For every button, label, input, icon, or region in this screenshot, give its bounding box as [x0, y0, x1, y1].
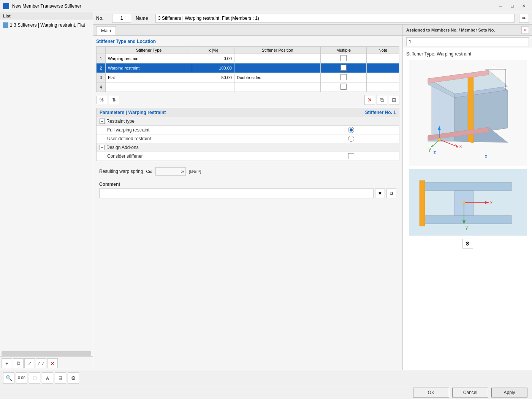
list-item-label: 1 3 Stiffeners | Warping restraint, Flat	[10, 22, 85, 28]
row-multiple	[321, 73, 367, 82]
copy-row-button[interactable]: ⧉	[377, 95, 387, 105]
apply-button[interactable]: Apply	[491, 388, 527, 397]
title-bar-text: New Member Transverse Stiffener	[12, 3, 492, 9]
comment-dropdown-button[interactable]: ▼	[375, 188, 385, 198]
multiple-checkbox[interactable]	[340, 65, 347, 71]
toolbar-text-button[interactable]: A	[42, 372, 53, 384]
row-multiple	[321, 63, 367, 73]
row-type: Warping restraint	[106, 54, 192, 63]
name-value: 3 Stiffeners | Warping restraint, Flat (…	[155, 14, 515, 23]
col-x: x [%]	[192, 47, 234, 54]
list-delete-button[interactable]: ✕	[47, 358, 58, 368]
list-content: 1 3 Stiffeners | Warping restraint, Flat	[0, 20, 93, 350]
bottom-toolbar: 🔍 0.00 □ A 🖥 ⚙	[0, 370, 532, 386]
percent-button[interactable]: %	[96, 96, 107, 104]
cancel-button[interactable]: Cancel	[452, 388, 488, 397]
collapse-design-icon[interactable]: −	[100, 145, 105, 150]
warp-spring-input[interactable]	[155, 167, 186, 176]
full-warping-row: Full warping restraint	[97, 126, 399, 135]
toolbar-settings-button[interactable]: ⚙	[68, 372, 79, 384]
collapse-restraint-icon[interactable]: −	[100, 119, 105, 124]
table-row[interactable]: 1 Warping restraint 0.00	[97, 54, 399, 63]
svg-text:x: x	[459, 144, 462, 149]
assigned-panel: Assigned to Members No. / Member Sets No…	[403, 25, 532, 370]
viz-area: Stiffener Type: Warping restraint	[403, 48, 532, 370]
assigned-close-button[interactable]: ✕	[521, 26, 529, 34]
param-group-restraint-header[interactable]: − Restraint type	[97, 117, 399, 126]
list-item[interactable]: 1 3 Stiffeners | Warping restraint, Flat	[2, 22, 91, 28]
form-body: Stiffener Type and Location Stiffener Ty…	[93, 36, 402, 370]
edit-name-button[interactable]: ✏	[519, 14, 529, 23]
toolbar-search-button[interactable]: 🔍	[3, 372, 14, 384]
design-group-label: Design Add-ons	[106, 145, 139, 150]
consider-stiffener-label: Consider stiffener	[107, 154, 337, 159]
no-name-bar: No. 1 Name 3 Stiffeners | Warping restra…	[93, 12, 532, 25]
dialog-buttons: OK Cancel Apply	[0, 386, 532, 399]
table-row[interactable]: 2 Warping restraint 100.00	[97, 63, 399, 73]
user-defined-row: User-defined restraint	[97, 135, 399, 143]
ok-button[interactable]: OK	[413, 388, 449, 397]
toolbar-box-button[interactable]: □	[29, 372, 40, 384]
viz-settings-button[interactable]: ⚙	[462, 239, 473, 249]
warp-spring-symbol: Cω	[146, 169, 152, 174]
viz-3d-svg: L x y z x	[409, 60, 527, 166]
table-toolbar: % ⇅ ✕ ⧉ ⊞	[96, 95, 399, 105]
row-note	[367, 82, 399, 92]
delete-row-button[interactable]: ✕	[364, 95, 375, 105]
user-defined-control	[340, 136, 363, 142]
toolbar-value-button[interactable]: 0.00	[16, 372, 27, 384]
tab-bar: Main	[93, 25, 402, 36]
close-button[interactable]: ✕	[518, 2, 529, 10]
col-note: Note	[367, 47, 399, 54]
app-icon	[3, 3, 9, 9]
assigned-input[interactable]	[406, 37, 529, 46]
col-multiple: Multiple	[321, 47, 367, 54]
list-bottom-toolbar: + ⧉ ✓ ✓✓ ✕	[0, 356, 93, 370]
param-group-design: − Design Add-ons Consider stiffener	[97, 143, 399, 161]
svg-text:y: y	[429, 147, 431, 152]
multiple-checkbox[interactable]	[340, 84, 347, 90]
no-value: 1	[112, 14, 131, 23]
svg-text:x: x	[490, 200, 492, 205]
row-x: 50.00	[192, 73, 234, 82]
row-x: 100.00	[192, 63, 234, 73]
row-num: 3	[97, 73, 106, 82]
comment-input[interactable]	[99, 188, 374, 198]
tab-main[interactable]: Main	[96, 26, 116, 35]
row-position	[234, 82, 320, 92]
svg-text:y: y	[466, 225, 468, 230]
sort-button[interactable]: ⇅	[109, 96, 119, 104]
table-row[interactable]: 3 Flat 50.00 Double-sided	[97, 73, 399, 82]
svg-text:z: z	[434, 150, 436, 155]
multiple-checkbox[interactable]	[340, 74, 347, 80]
comment-copy-button[interactable]: ⧉	[386, 188, 396, 198]
list-duplicate-button[interactable]: ⧉	[13, 358, 24, 368]
row-type: Flat	[106, 73, 192, 82]
stiffener-section-title: Stiffener Type and Location	[96, 39, 399, 44]
full-warping-label: Full warping restraint	[107, 127, 337, 133]
param-group-design-header[interactable]: − Design Add-ons	[97, 143, 399, 152]
full-warping-radio[interactable]	[348, 127, 354, 133]
list-check-button[interactable]: ✓	[24, 358, 35, 368]
user-defined-radio[interactable]	[348, 136, 354, 142]
svg-point-25	[438, 138, 440, 141]
export-button[interactable]: ⊞	[389, 95, 399, 105]
row-position: Double-sided	[234, 73, 320, 82]
list-check2-button[interactable]: ✓✓	[36, 358, 46, 368]
warp-spring-label: Resulting warp spring	[99, 169, 143, 174]
left-panel: List 1 3 Stiffeners | Warping restraint,…	[0, 12, 93, 370]
consider-stiffener-checkbox[interactable]	[348, 153, 354, 159]
params-stiffener-no: Stiffener No. 1	[365, 110, 396, 115]
svg-rect-30	[420, 180, 425, 226]
list-add-button[interactable]: +	[2, 358, 12, 368]
list-scrollbar[interactable]	[2, 351, 91, 356]
minimize-button[interactable]: ─	[496, 2, 506, 10]
svg-rect-27	[420, 182, 511, 191]
assigned-title: Assigned to Members No. / Member Sets No…	[406, 28, 495, 32]
multiple-checkbox[interactable]	[340, 55, 347, 61]
name-label: Name	[136, 16, 151, 21]
center-content: Main Stiffener Type and Location Stiffen…	[93, 25, 532, 370]
maximize-button[interactable]: □	[507, 2, 518, 10]
table-row[interactable]: 4	[97, 82, 399, 92]
toolbar-display-button[interactable]: 🖥	[55, 372, 66, 384]
